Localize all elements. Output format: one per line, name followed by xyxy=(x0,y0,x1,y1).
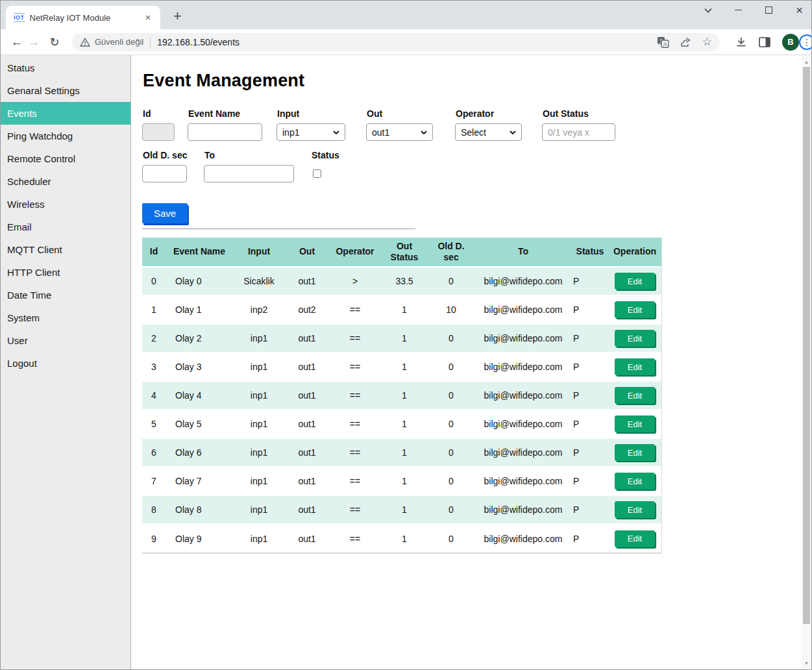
cell-to: bilgi@wifidepo.com xyxy=(474,525,572,553)
cell-id: 4 xyxy=(142,382,166,410)
maximize-button[interactable] xyxy=(763,5,774,16)
back-icon[interactable]: ← xyxy=(8,35,25,49)
event-form-row-2: Old D. sec To Status xyxy=(142,150,802,182)
cell-old_d: 0 xyxy=(428,467,474,496)
operator-label: Operator xyxy=(456,108,522,119)
sidebar-item-user[interactable]: User xyxy=(1,329,130,352)
table-row: 2Olay 2inp1out1==10bilgi@wifidepo.comPEd… xyxy=(142,325,661,353)
sidebar-item-date-time[interactable]: Date Time xyxy=(1,284,130,306)
bookmark-star-icon[interactable]: ☆ xyxy=(702,35,712,49)
edit-button[interactable]: Edit xyxy=(615,301,655,318)
event-name-field[interactable] xyxy=(188,123,262,141)
cell-input: inp1 xyxy=(233,353,285,382)
browser-tab[interactable]: IOT NetRelay IOT Module × xyxy=(6,6,160,29)
minimize-button[interactable] xyxy=(733,5,744,16)
cell-status: P xyxy=(572,525,608,553)
more-menu-icon[interactable]: ⋮ xyxy=(799,34,812,50)
sidebar-item-mqtt-client[interactable]: MQTT Client xyxy=(1,238,130,261)
chrome-chevron-icon[interactable] xyxy=(702,5,713,16)
cell-id: 2 xyxy=(142,325,166,353)
scroll-down-icon[interactable]: ▼ xyxy=(802,658,811,668)
edit-button[interactable]: Edit xyxy=(615,273,655,290)
cell-input: inp1 xyxy=(233,439,285,467)
cell-status: P xyxy=(572,467,608,496)
svg-text:A: A xyxy=(663,40,667,47)
chevron-down-icon xyxy=(510,130,516,134)
edit-button[interactable]: Edit xyxy=(615,358,655,375)
browser-window: IOT NetRelay IOT Module × + × ← → ↻ Güve… xyxy=(0,0,812,670)
side-panel-icon[interactable] xyxy=(759,37,770,47)
new-tab-button[interactable]: + xyxy=(173,10,182,23)
cell-status: P xyxy=(572,296,608,325)
to-field[interactable] xyxy=(204,165,294,182)
sidebar-item-system[interactable]: System xyxy=(1,306,130,329)
edit-button[interactable]: Edit xyxy=(615,330,655,347)
out-label: Out xyxy=(367,108,433,119)
security-label[interactable]: Güvenli değil xyxy=(95,37,143,47)
scrollbar-thumb[interactable] xyxy=(803,67,810,624)
out-select[interactable]: out1 xyxy=(366,123,433,141)
cell-to: bilgi@wifidepo.com xyxy=(474,496,572,525)
event-name-label: Event Name xyxy=(188,108,262,119)
input-select[interactable]: inp1 xyxy=(277,123,345,141)
profile-avatar[interactable]: B xyxy=(782,34,799,51)
edit-button[interactable]: Edit xyxy=(615,473,655,490)
sidebar-item-genaral-settings[interactable]: Genaral Settings xyxy=(1,79,130,102)
sidebar-item-remote-control[interactable]: Remote Control xyxy=(1,147,130,170)
table-row: 1Olay 1inp2out2==110bilgi@wifidepo.comPE… xyxy=(142,296,661,325)
vertical-scrollbar[interactable]: ▲ ▼ xyxy=(802,55,811,669)
edit-button[interactable]: Edit xyxy=(615,387,655,404)
edit-button[interactable]: Edit xyxy=(615,501,655,518)
forward-icon: → xyxy=(25,35,42,49)
cell-to: bilgi@wifidepo.com xyxy=(474,439,572,467)
not-secure-warning-icon xyxy=(80,38,90,47)
cell-operation: Edit xyxy=(608,439,661,467)
cell-to: bilgi@wifidepo.com xyxy=(474,325,572,353)
operator-select[interactable]: Select xyxy=(455,123,522,141)
status-checkbox[interactable] xyxy=(313,169,321,178)
cell-operator: == xyxy=(329,325,381,353)
sidebar-item-ping-watchdog[interactable]: Ping Watchdog xyxy=(1,125,130,147)
to-label: To xyxy=(204,150,294,160)
cell-operation: Edit xyxy=(608,296,661,325)
scroll-up-icon[interactable]: ▲ xyxy=(802,56,811,67)
sidebar-item-logout[interactable]: Logout xyxy=(1,352,130,375)
sidebar-item-wireless[interactable]: Wireless xyxy=(1,193,130,216)
url-text[interactable]: 192.168.1.50/events xyxy=(157,37,240,47)
cell-to: bilgi@wifidepo.com xyxy=(474,353,572,382)
old-delay-field[interactable] xyxy=(142,165,187,182)
save-button[interactable]: Save xyxy=(142,203,188,223)
column-header-out: Out xyxy=(285,238,329,267)
sidebar-item-events[interactable]: Events xyxy=(1,102,130,125)
sidebar-item-scheduler[interactable]: Scheduler xyxy=(1,170,130,193)
event-table-body: 0Olay 0Sicaklikout1>33.50bilgi@wifidepo.… xyxy=(142,267,661,553)
window-controls: × xyxy=(702,5,805,16)
cell-id: 9 xyxy=(142,525,166,553)
cell-operation: Edit xyxy=(608,410,661,439)
sidebar-item-status[interactable]: Status xyxy=(1,56,130,79)
sidebar-item-email[interactable]: Email xyxy=(1,216,130,238)
translate-icon[interactable]: 文 A xyxy=(657,36,669,48)
sidebar-item-http-client[interactable]: HTTP Client xyxy=(1,261,130,284)
address-bar[interactable]: Güvenli değil 192.168.1.50/events 文 A xyxy=(72,33,720,51)
cell-out: out1 xyxy=(285,439,329,467)
table-row: 4Olay 4inp1out1==10bilgi@wifidepo.comPEd… xyxy=(142,382,661,410)
cell-operator: == xyxy=(329,296,381,325)
cell-event_name: Olay 6 xyxy=(166,439,233,467)
cell-event_name: Olay 9 xyxy=(166,525,233,553)
edit-button[interactable]: Edit xyxy=(615,416,655,432)
tab-close-icon[interactable]: × xyxy=(142,12,154,23)
share-icon[interactable] xyxy=(680,37,692,47)
id-field xyxy=(142,123,175,141)
close-window-button[interactable]: × xyxy=(794,5,805,16)
cell-operator: == xyxy=(329,467,381,496)
reload-icon[interactable]: ↻ xyxy=(46,35,63,49)
cell-to: bilgi@wifidepo.com xyxy=(474,382,572,410)
download-icon[interactable] xyxy=(735,36,747,47)
edit-button[interactable]: Edit xyxy=(615,444,655,461)
column-header-operation: Operation xyxy=(608,238,661,267)
edit-button[interactable]: Edit xyxy=(615,530,655,547)
out-status-field[interactable] xyxy=(542,123,615,141)
cell-out: out1 xyxy=(285,410,329,439)
cell-operator: == xyxy=(329,525,381,553)
